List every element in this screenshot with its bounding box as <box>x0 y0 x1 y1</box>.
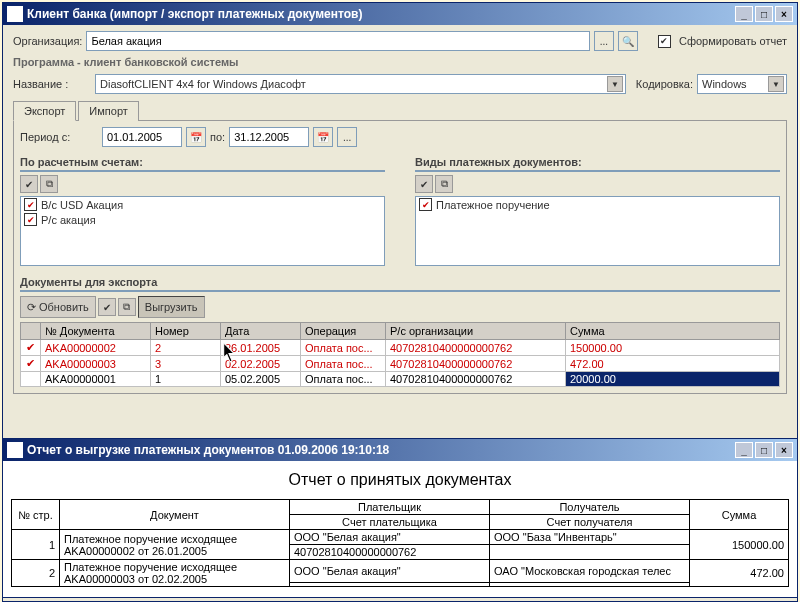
row-op[interactable]: Оплата пос... <box>301 356 386 372</box>
maximize-button[interactable]: □ <box>755 442 773 458</box>
maximize-button[interactable]: □ <box>755 6 773 22</box>
doctypes-listbox[interactable]: ✔ Платежное поручение <box>415 196 780 266</box>
row-mark[interactable]: ✔ <box>21 340 41 356</box>
rpt-payee: ОАО "Московская городская телес <box>490 560 690 583</box>
main-title: Клиент банка (импорт / экспорт платежных… <box>27 7 362 21</box>
refresh-icon: ⟳ <box>27 301 36 314</box>
row-date[interactable]: 26.01.2005 <box>221 340 301 356</box>
rpt-payee-acc <box>490 582 690 587</box>
doctype-checkbox[interactable]: ✔ <box>419 198 432 211</box>
table-row[interactable]: ✔ AKA00000003 3 02.02.2005 Оплата пос...… <box>21 356 780 372</box>
row-op[interactable]: Оплата пос... <box>301 340 386 356</box>
row-docnum[interactable]: AKA00000001 <box>41 372 151 387</box>
period-to-label: по: <box>210 131 225 143</box>
grid-header-sum[interactable]: Сумма <box>566 323 780 340</box>
list-item[interactable]: ✔ Р/с акация <box>21 212 384 227</box>
period-to-input[interactable] <box>229 127 309 147</box>
calendar-to-button[interactable]: 📅 <box>313 127 333 147</box>
grid-header-acc[interactable]: Р/с организации <box>386 323 566 340</box>
app-icon <box>7 6 23 22</box>
row-num[interactable]: 1 <box>151 372 221 387</box>
tab-import[interactable]: Импорт <box>78 101 138 121</box>
encoding-value: Windows <box>702 78 747 90</box>
rpt-payer: ООО "Белая акация" <box>290 530 490 545</box>
close-button[interactable]: × <box>775 442 793 458</box>
period-from-input[interactable] <box>102 127 182 147</box>
list-item[interactable]: ✔ В/с USD Акация <box>21 197 384 212</box>
row-sum[interactable]: 472.00 <box>566 356 780 372</box>
org-input[interactable] <box>86 31 590 51</box>
row-date[interactable]: 05.02.2005 <box>221 372 301 387</box>
refresh-button[interactable]: ⟳ Обновить <box>20 296 96 318</box>
grid-header-docnum[interactable]: № Документа <box>41 323 151 340</box>
grid-header-mark[interactable] <box>21 323 41 340</box>
row-docnum[interactable]: AKA00000003 <box>41 356 151 372</box>
main-titlebar: Клиент банка (импорт / экспорт платежных… <box>3 3 797 25</box>
report-title: Отчет о принятых документах <box>11 471 789 489</box>
row-mark[interactable] <box>21 372 41 387</box>
program-name-dropdown[interactable]: DiasoftCLIENT 4x4 for Windows Диасофт ▼ <box>95 74 626 94</box>
row-date[interactable]: 02.02.2005 <box>221 356 301 372</box>
encoding-dropdown[interactable]: Windows ▼ <box>697 74 787 94</box>
calendar-from-button[interactable]: 📅 <box>186 127 206 147</box>
accounts-copy-icon[interactable]: ⧉ <box>40 175 58 193</box>
report-row: 1 Платежное поручение исходящее AKA00000… <box>12 530 789 545</box>
grid-header-date[interactable]: Дата <box>221 323 301 340</box>
table-row[interactable]: ✔ AKA00000002 2 26.01.2005 Оплата пос...… <box>21 340 780 356</box>
report-window-title: Отчет о выгрузке платежных документов 01… <box>27 443 389 457</box>
account-checkbox[interactable]: ✔ <box>24 213 37 226</box>
export-button[interactable]: Выгрузить <box>138 296 205 318</box>
row-acc[interactable]: 40702810400000000762 <box>386 372 566 387</box>
row-sum[interactable]: 150000.00 <box>566 340 780 356</box>
tabs: Экспорт Импорт <box>13 100 787 121</box>
form-report-checkbox[interactable]: ✔ <box>658 35 671 48</box>
grid-header-op[interactable]: Операция <box>301 323 386 340</box>
account-label: В/с USD Акация <box>41 199 123 211</box>
report-body: Отчет о принятых документах № стр. Докум… <box>3 461 797 597</box>
list-item[interactable]: ✔ Платежное поручение <box>416 197 779 212</box>
rpt-h-page: № стр. <box>12 500 60 530</box>
copy-icon[interactable]: ⧉ <box>118 298 136 316</box>
documents-grid[interactable]: № Документа Номер Дата Операция Р/с орга… <box>20 322 780 387</box>
row-mark[interactable]: ✔ <box>21 356 41 372</box>
row-num[interactable]: 3 <box>151 356 221 372</box>
doctypes-group-title: Виды платежных документов: <box>415 156 780 172</box>
account-checkbox[interactable]: ✔ <box>24 198 37 211</box>
report-titlebar: Отчет о выгрузке платежных документов 01… <box>3 439 797 461</box>
grid-header-num[interactable]: Номер <box>151 323 221 340</box>
accounts-listbox[interactable]: ✔ В/с USD Акация ✔ Р/с акация <box>20 196 385 266</box>
row-op[interactable]: Оплата пос... <box>301 372 386 387</box>
rpt-h-payer: Плательщик <box>290 500 490 515</box>
report-row: 2 Платежное поручение исходящее AKA00000… <box>12 560 789 583</box>
row-docnum[interactable]: AKA00000002 <box>41 340 151 356</box>
org-search-button[interactable]: 🔍 <box>618 31 638 51</box>
tab-export[interactable]: Экспорт <box>13 101 76 121</box>
table-row[interactable]: AKA00000001 1 05.02.2005 Оплата пос... 4… <box>21 372 780 387</box>
chevron-down-icon: ▼ <box>768 76 784 92</box>
chevron-down-icon: ▼ <box>607 76 623 92</box>
row-acc[interactable]: 40702810400000000762 <box>386 340 566 356</box>
row-sum[interactable]: 20000.00 <box>566 372 780 387</box>
org-browse-button[interactable]: ... <box>594 31 614 51</box>
refresh-label: Обновить <box>39 301 89 313</box>
close-button[interactable]: × <box>775 6 793 22</box>
accounts-group-title: По расчетным счетам: <box>20 156 385 172</box>
report-table: № стр. Документ Плательщик Получатель Су… <box>11 499 789 587</box>
rpt-h-sum: Сумма <box>690 500 789 530</box>
doctypes-copy-icon[interactable]: ⧉ <box>435 175 453 193</box>
minimize-button[interactable]: _ <box>735 442 753 458</box>
accounts-toggle-all-icon[interactable]: ✔ <box>20 175 38 193</box>
org-label: Организация: <box>13 35 82 47</box>
doctypes-toggle-all-icon[interactable]: ✔ <box>415 175 433 193</box>
period-extra-button[interactable]: ... <box>337 127 357 147</box>
minimize-button[interactable]: _ <box>735 6 753 22</box>
row-num[interactable]: 2 <box>151 340 221 356</box>
row-acc[interactable]: 40702810400000000762 <box>386 356 566 372</box>
period-from-label: Период с: <box>20 131 98 143</box>
rpt-h-payee-acc: Счет получателя <box>490 515 690 530</box>
rpt-h-payee: Получатель <box>490 500 690 515</box>
check-icon[interactable]: ✔ <box>98 298 116 316</box>
report-header-row1: № стр. Документ Плательщик Получатель Су… <box>12 500 789 515</box>
rpt-payee: ООО "База "Инвентарь" <box>490 530 690 545</box>
rpt-payer: ООО "Белая акация" <box>290 560 490 583</box>
